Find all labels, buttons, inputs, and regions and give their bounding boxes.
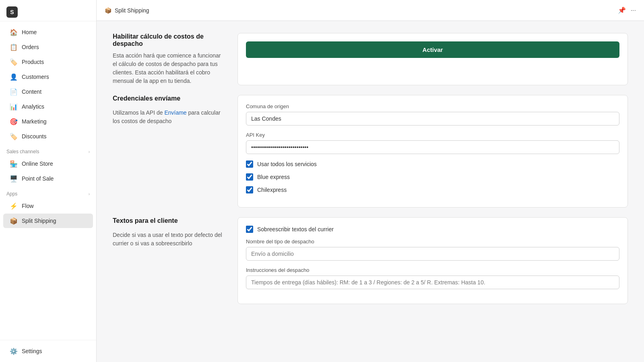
sidebar-item-marketing[interactable]: 🎯 Marketing xyxy=(3,114,93,129)
section-texts-desc: Textos para el cliente Decide si vas a u… xyxy=(113,217,225,304)
sidebar-item-label: Split Shipping xyxy=(22,218,56,224)
enviame-link[interactable]: Envíame xyxy=(164,109,186,116)
chevron-icon: › xyxy=(89,150,90,154)
chilexpress-label: Chilexpress xyxy=(257,187,287,193)
home-icon: 🏠 xyxy=(10,28,18,36)
shipping-type-group: Nombre del tipo de despacho xyxy=(246,239,619,261)
pin-icon[interactable]: 📌 xyxy=(618,6,626,14)
api-key-label: API Key xyxy=(246,132,619,138)
orders-icon: 📋 xyxy=(10,43,18,51)
sidebar-item-label: Online Store xyxy=(22,160,53,167)
instructions-label: Instrucciones del despacho xyxy=(246,267,619,273)
sidebar-item-split-shipping[interactable]: 📦 Split Shipping xyxy=(3,214,93,228)
page-icon: 📦 xyxy=(105,7,111,14)
overwrite-checkbox[interactable] xyxy=(246,226,253,233)
customers-icon: 👤 xyxy=(10,73,18,81)
sidebar-item-flow[interactable]: ⚡ Flow xyxy=(3,199,93,213)
content-area: Habilitar cálculo de costos de despacho … xyxy=(97,21,644,362)
section-activate: Habilitar cálculo de costos de despacho … xyxy=(113,33,628,85)
checkbox-overwrite: Sobreescribir textos del currier xyxy=(246,226,619,233)
sidebar-item-label: Settings xyxy=(22,348,42,354)
checkbox-chilexpress: Chilexpress xyxy=(246,186,619,193)
sidebar-item-label: Customers xyxy=(22,74,49,80)
sidebar-item-home[interactable]: 🏠 Home xyxy=(3,25,93,39)
split-shipping-icon: 📦 xyxy=(10,217,18,225)
comuna-label: Comuna de origen xyxy=(246,103,619,109)
activate-button[interactable]: Activar xyxy=(246,41,619,58)
marketing-icon: 🎯 xyxy=(10,117,18,125)
sidebar-item-online-store[interactable]: 🏪 Online Store xyxy=(3,156,93,171)
section-credentials-description: Utilizamos la API de Envíame para calcul… xyxy=(113,109,225,125)
sidebar-item-label: Orders xyxy=(22,44,39,50)
topbar: 📦 Split Shipping 📌 ··· xyxy=(97,0,644,21)
sidebar-nav: 🏠 Home 📋 Orders 🏷️ Products 👤 Customers … xyxy=(0,21,96,340)
sidebar-item-content[interactable]: 📄 Content xyxy=(3,84,93,99)
sidebar-item-label: Products xyxy=(22,59,44,65)
section-activate-desc: Habilitar cálculo de costos de despacho … xyxy=(113,33,225,85)
section-activate-card: Activar xyxy=(237,33,628,85)
topbar-right: 📌 ··· xyxy=(618,6,636,14)
api-key-input[interactable] xyxy=(246,140,619,154)
sidebar-item-settings[interactable]: ⚙️ Settings xyxy=(3,344,93,358)
sidebar-item-label: Home xyxy=(22,29,37,35)
sidebar-item-customers[interactable]: 👤 Customers xyxy=(3,70,93,84)
discounts-icon: 🏷️ xyxy=(10,132,18,140)
apps-section: Apps › xyxy=(0,186,96,198)
blue-express-label: Blue express xyxy=(257,174,290,180)
sidebar-bottom: ⚙️ Settings xyxy=(0,340,96,362)
online-store-icon: 🏪 xyxy=(10,160,18,168)
checkbox-all-services: Usar todos los servicios xyxy=(246,160,619,168)
point-of-sale-icon: 🖥️ xyxy=(10,175,18,183)
analytics-icon: 📊 xyxy=(10,103,18,111)
sales-channels-section: Sales channels › xyxy=(0,144,96,156)
section-texts-card: Sobreescribir textos del currier Nombre … xyxy=(237,217,628,304)
checkbox-blue-express: Blue express xyxy=(246,173,619,181)
blue-express-checkbox[interactable] xyxy=(246,173,253,181)
section-activate-description: Esta acción hará que comience a funciona… xyxy=(113,51,225,85)
shipping-type-input[interactable] xyxy=(246,247,619,261)
comuna-input[interactable] xyxy=(246,112,619,125)
comuna-group: Comuna de origen xyxy=(246,103,619,125)
products-icon: 🏷️ xyxy=(10,58,18,66)
sidebar-item-label: Discounts xyxy=(22,133,46,140)
section-credentials-title: Credenciales envíame xyxy=(113,95,225,102)
content-icon: 📄 xyxy=(10,88,18,96)
more-icon[interactable]: ··· xyxy=(631,7,636,14)
topbar-left: 📦 Split Shipping xyxy=(105,7,149,14)
sidebar-logo: S xyxy=(0,0,96,21)
overwrite-label: Sobreescribir textos del currier xyxy=(257,226,334,232)
sidebar-item-discounts[interactable]: 🏷️ Discounts xyxy=(3,129,93,144)
instructions-group: Instrucciones del despacho xyxy=(246,267,619,289)
sidebar-item-label: Point of Sale xyxy=(22,175,54,182)
sidebar-item-label: Content xyxy=(22,88,41,95)
chevron-icon: › xyxy=(89,192,90,196)
section-credentials-desc: Credenciales envíame Utilizamos la API d… xyxy=(113,95,225,208)
all-services-checkbox[interactable] xyxy=(246,160,253,168)
section-texts: Textos para el cliente Decide si vas a u… xyxy=(113,217,628,304)
logo-icon: S xyxy=(6,6,18,18)
settings-icon: ⚙️ xyxy=(10,347,18,355)
page-title: Split Shipping xyxy=(115,7,149,14)
all-services-label: Usar todos los servicios xyxy=(257,161,317,167)
sidebar-item-point-of-sale[interactable]: 🖥️ Point of Sale xyxy=(3,171,93,186)
sidebar-item-analytics[interactable]: 📊 Analytics xyxy=(3,99,93,114)
api-key-group: API Key xyxy=(246,132,619,154)
sidebar-item-products[interactable]: 🏷️ Products xyxy=(3,55,93,69)
instructions-input[interactable] xyxy=(246,276,619,289)
section-activate-title: Habilitar cálculo de costos de despacho xyxy=(113,33,225,47)
shipping-type-label: Nombre del tipo de despacho xyxy=(246,239,619,245)
sidebar-item-label: Analytics xyxy=(22,103,44,110)
chilexpress-checkbox[interactable] xyxy=(246,186,253,193)
section-texts-title: Textos para el cliente xyxy=(113,217,225,224)
sidebar-item-orders[interactable]: 📋 Orders xyxy=(3,40,93,54)
flow-icon: ⚡ xyxy=(10,202,18,210)
sidebar: S 🏠 Home 📋 Orders 🏷️ Products 👤 Customer… xyxy=(0,0,97,362)
main-area: 📦 Split Shipping 📌 ··· Habilitar cálculo… xyxy=(97,0,644,362)
sidebar-item-label: Flow xyxy=(22,203,34,209)
section-credentials: Credenciales envíame Utilizamos la API d… xyxy=(113,95,628,208)
sidebar-item-label: Marketing xyxy=(22,118,46,125)
section-texts-description: Decide si vas a usar el texto por defect… xyxy=(113,231,225,248)
section-credentials-card: Comuna de origen API Key Usar todos los … xyxy=(237,95,628,208)
